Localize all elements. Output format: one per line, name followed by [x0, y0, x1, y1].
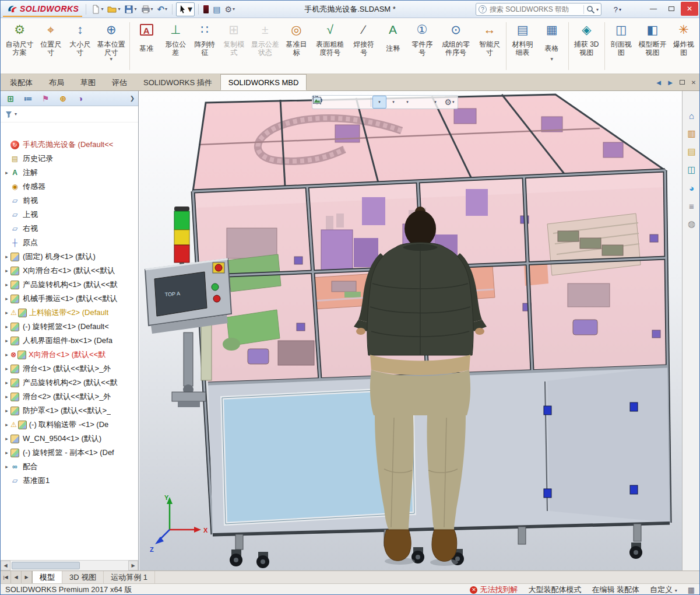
emergency-stop-button[interactable]: [215, 264, 222, 271]
expand-arrow-icon[interactable]: ▸: [3, 436, 10, 442]
tab-scroll-first-icon[interactable]: |◀: [1, 571, 11, 583]
tree-item-slide-2[interactable]: ▸滑台<2> (默认<<默认>_外: [1, 390, 138, 404]
hmi-screen[interactable]: [154, 272, 207, 316]
tree-horizontal-scrollbar[interactable]: ◀ ▶: [1, 560, 138, 570]
pattern-feature-button[interactable]: ∷阵列特征: [190, 19, 219, 73]
edit-appearance-button[interactable]: [414, 96, 428, 108]
undo-button[interactable]: ↶▾: [156, 3, 169, 16]
expand-arrow-icon[interactable]: ▸: [3, 268, 10, 274]
bill-of-materials-button[interactable]: ▤材料明细表: [508, 19, 537, 73]
new-document-button[interactable]: ▾: [90, 3, 104, 16]
section-view-button[interactable]: ◫剖面视图: [607, 19, 636, 73]
weld-symbol-button[interactable]: ∕焊接符号: [349, 19, 378, 73]
tree-item-chassis[interactable]: ▸(固定) 机身<1> (默认): [1, 250, 138, 264]
expand-arrow-icon[interactable]: ▸: [3, 380, 10, 386]
expand-arrow-icon[interactable]: ▸: [3, 170, 10, 176]
file-explorer-icon[interactable]: [685, 145, 699, 159]
dimxpertmanager-tab[interactable]: [54, 92, 72, 106]
appearances-scenes-icon[interactable]: [685, 181, 699, 195]
tree-item-root[interactable]: 手机壳抛光设备 (Default<<: [1, 138, 138, 152]
customize-menu[interactable]: 自定义 ▾: [650, 584, 677, 595]
tab-assembly[interactable]: 装配体: [2, 74, 41, 90]
pane-toggle-icon[interactable]: ▦: [688, 586, 695, 594]
stacked-balloon-button[interactable]: ⊙成组的零件序号: [437, 19, 475, 73]
expand-arrow-icon[interactable]: ▸: [3, 310, 10, 316]
scroll-right-icon[interactable]: ▶: [128, 561, 138, 570]
start-button[interactable]: [212, 284, 219, 290]
tab-sketch[interactable]: 草图: [72, 74, 104, 90]
pane-close-button[interactable]: ✕: [688, 74, 699, 90]
help-button[interactable]: ?▾: [610, 3, 625, 16]
scrollbar-thumb[interactable]: [12, 562, 80, 569]
tree-item-top-plane[interactable]: 上视: [1, 208, 138, 222]
graphics-area[interactable]: TOP A: [139, 91, 682, 570]
tree-item-guard-cover[interactable]: ▸防护罩<1> (默认<<默认>_: [1, 404, 138, 418]
panel-chevron-icon[interactable]: ❯: [128, 95, 137, 102]
expand-arrow-icon[interactable]: ▸: [3, 282, 10, 288]
tree-item-front-plane[interactable]: 前视: [1, 194, 138, 208]
tree-item-sensors[interactable]: 传感器: [1, 180, 138, 194]
3d-viewport[interactable]: TOP A: [139, 91, 682, 570]
tree-item-x-slide[interactable]: ▸⊗X向滑台<1> (默认<<默: [1, 348, 138, 362]
apply-scene-button[interactable]: ▾: [428, 96, 442, 108]
tab-solidworks-addins[interactable]: SOLIDWORKS 插件: [135, 74, 220, 90]
tree-item-robot-handler[interactable]: ▸机械手搬运<1> (默认<<默认: [1, 292, 138, 306]
save-button[interactable]: ▾: [123, 3, 138, 16]
expand-arrow-icon[interactable]: ▸: [3, 254, 10, 260]
location-dimension-button[interactable]: ⌖位置尺寸: [36, 19, 65, 73]
datum-button[interactable]: A基准: [132, 19, 161, 73]
tab-solidworks-mbd[interactable]: SOLIDWORKS MBD: [220, 74, 307, 90]
expand-arrow-icon[interactable]: ▸: [3, 408, 10, 414]
geometric-tolerance-button[interactable]: ⊥形位公差: [161, 19, 190, 73]
tree-item-x-slide-right[interactable]: ▸X向滑台右<1> (默认<<默认: [1, 264, 138, 278]
zoom-to-area-button[interactable]: [328, 96, 342, 108]
note-button[interactable]: A注释: [378, 19, 407, 73]
view-orientation-button[interactable]: ▾: [372, 96, 386, 108]
basic-location-dimension-button[interactable]: ⊕基本位置尺寸▼: [94, 19, 128, 73]
expand-arrow-icon[interactable]: ▸: [3, 352, 10, 358]
exploded-view-button[interactable]: ✳爆炸视图: [669, 19, 698, 73]
tables-button[interactable]: ▦表格▼: [537, 19, 567, 73]
design-library-icon[interactable]: [685, 127, 699, 141]
tab-scroll-right-icon[interactable]: ▶: [22, 571, 32, 583]
custom-properties-icon[interactable]: [685, 199, 699, 213]
signal-tower[interactable]: [174, 206, 189, 271]
solidworks-forum-icon[interactable]: [685, 217, 699, 231]
capture-3d-view-button[interactable]: ◈捕获 3D 视图: [570, 19, 603, 73]
expand-arrow-icon[interactable]: ▸: [3, 324, 10, 330]
search-submit-button[interactable]: ▾: [583, 5, 599, 14]
pane-back-button[interactable]: ◀: [653, 74, 664, 90]
surface-finish-button[interactable]: √表面粗糙度符号: [311, 19, 349, 73]
view-settings-button[interactable]: ⚙ ▾: [442, 96, 456, 108]
tab-scroll-left-icon[interactable]: ◀: [11, 571, 22, 583]
model-break-view-button[interactable]: ◧模型断开视图: [636, 19, 669, 73]
tab-evaluate[interactable]: 评估: [104, 74, 135, 90]
propertymanager-tab[interactable]: [19, 92, 37, 106]
tree-item-rotator-1[interactable]: ▸产品旋转机构<1> (默认<<默: [1, 278, 138, 292]
solidworks-resources-icon[interactable]: [685, 108, 699, 123]
print-button[interactable]: ▾: [140, 3, 154, 16]
options-button[interactable]: ⚙▾: [223, 3, 236, 16]
table-button[interactable]: ▤: [212, 3, 221, 16]
expand-arrow-icon[interactable]: ▸: [3, 394, 10, 400]
expand-arrow-icon[interactable]: ▸: [3, 296, 10, 302]
expand-arrow-icon[interactable]: ▸: [3, 464, 10, 470]
previous-view-button[interactable]: [342, 96, 356, 108]
tab-layout[interactable]: 布局: [41, 74, 72, 90]
expand-arrow-icon[interactable]: ▸: [3, 422, 10, 428]
view-palette-icon[interactable]: [685, 163, 699, 177]
tree-filter-row[interactable]: ▾: [1, 106, 138, 123]
hide-show-items-button[interactable]: ▾: [400, 96, 414, 108]
maximize-button[interactable]: [663, 2, 680, 16]
open-document-button[interactable]: ▾: [106, 3, 121, 16]
select-tool-button[interactable]: ▾: [176, 2, 195, 16]
stop-button[interactable]: [213, 295, 220, 302]
close-button[interactable]: ✕: [681, 2, 698, 16]
balloon-button[interactable]: ①零件序号: [407, 19, 437, 73]
tree-item-rotary-cradle-copy[interactable]: ▸(-) 旋转摇篮 - 副本<1> (Def: [1, 446, 138, 460]
tab-3d-views[interactable]: 3D 视图: [62, 571, 104, 583]
smart-dimension-button[interactable]: ↔智能尺寸: [475, 19, 504, 73]
panel-pole[interactable]: [184, 332, 193, 386]
color-swatch-button[interactable]: [202, 3, 210, 16]
tab-model[interactable]: 模型: [32, 571, 62, 583]
